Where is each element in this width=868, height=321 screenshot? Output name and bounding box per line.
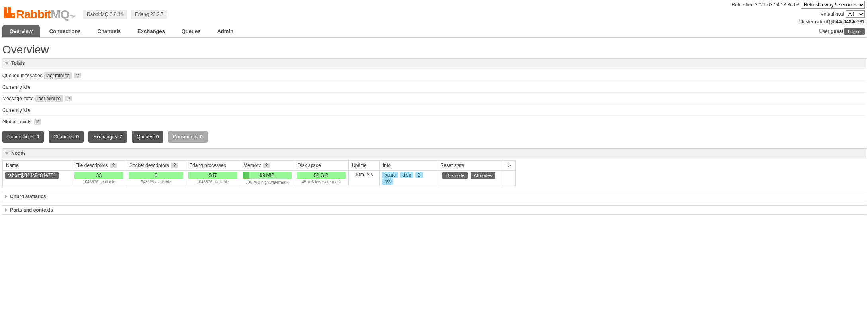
node-name-link[interactable]: rabbit@044c9484e781: [5, 172, 59, 179]
section-ports-label: Ports and contexts: [10, 207, 53, 213]
rabbitmq-version-badge: RabbitMQ 3.8.14: [83, 10, 127, 19]
info-tag-basic[interactable]: basic: [382, 172, 398, 178]
chevron-down-icon: [5, 152, 9, 155]
mem-help-icon[interactable]: ?: [263, 163, 270, 168]
global-help-icon[interactable]: ?: [34, 119, 41, 125]
sd-bar: 0: [129, 172, 183, 179]
section-totals-header[interactable]: Totals: [2, 58, 866, 68]
col-fd[interactable]: File descriptors ?: [72, 161, 126, 171]
tab-overview[interactable]: Overview: [2, 25, 40, 37]
count-queues[interactable]: Queues: 0: [132, 131, 163, 143]
global-counts-label: Global counts: [2, 119, 31, 125]
tab-channels[interactable]: Channels: [90, 25, 128, 37]
chevron-right-icon: [5, 195, 8, 198]
disk-bar: 52 GiB: [297, 172, 346, 179]
disk-watermark: 48 MiB low watermark: [297, 180, 346, 184]
col-name[interactable]: Name: [3, 161, 72, 171]
col-mem[interactable]: Memory ?: [240, 161, 294, 171]
rabbitmq-logo-icon: [4, 7, 15, 19]
chevron-right-icon: [5, 208, 8, 212]
section-churn-label: Churn statistics: [10, 194, 46, 199]
col-uptime[interactable]: Uptime: [349, 161, 380, 171]
logout-button[interactable]: Log out: [844, 28, 865, 35]
col-disk[interactable]: Disk space: [294, 161, 349, 171]
tab-queues[interactable]: Queues: [174, 25, 208, 37]
count-exchanges[interactable]: Exchanges: 7: [88, 131, 127, 143]
refresh-interval-select[interactable]: Refresh every 5 seconds: [801, 1, 865, 9]
count-channels[interactable]: Channels: 0: [49, 131, 84, 143]
rates-help-icon[interactable]: ?: [65, 96, 72, 101]
col-info[interactable]: Info: [380, 161, 437, 171]
logo-text-mq: MQ: [51, 8, 69, 21]
svg-point-3: [12, 15, 14, 16]
page-title: Overview: [2, 38, 866, 58]
col-sd[interactable]: Socket descriptors ?: [126, 161, 186, 171]
uptime-value: 10m 24s: [349, 171, 380, 186]
tab-admin[interactable]: Admin: [210, 25, 240, 37]
info-tag-disc[interactable]: disc: [400, 172, 413, 178]
section-ports-header[interactable]: Ports and contexts: [2, 205, 866, 215]
fd-available: 1048576 available: [74, 180, 123, 184]
section-nodes-label: Nodes: [11, 150, 26, 156]
queued-help-icon[interactable]: ?: [74, 73, 81, 78]
mem-bar: 99 MiB: [243, 172, 292, 179]
vhost-select[interactable]: All: [846, 10, 865, 18]
section-totals-label: Totals: [11, 60, 25, 66]
user-label: User: [819, 29, 829, 34]
refreshed-label: Refreshed: [732, 2, 754, 8]
tab-exchanges[interactable]: Exchanges: [130, 25, 172, 37]
ep-available: 1048576 available: [188, 180, 237, 184]
queued-period-pill[interactable]: last minute: [44, 72, 72, 79]
count-connections[interactable]: Connections: 0: [2, 131, 44, 143]
message-rates-label: Message rates: [2, 96, 34, 101]
fd-help-icon[interactable]: ?: [110, 163, 117, 168]
logo[interactable]: RabbitMQ TM: [4, 7, 76, 21]
user-name: guest: [831, 29, 843, 34]
table-row: rabbit@044c9484e781 33 1048576 available…: [3, 171, 516, 186]
mem-watermark: 735 MiB high watermark: [243, 180, 292, 185]
queued-messages-label: Queued messages: [2, 73, 43, 78]
cluster-name: rabbit@044c9484e781: [815, 19, 865, 25]
col-plusminus[interactable]: +/-: [502, 161, 516, 171]
ep-bar: 547: [188, 172, 237, 179]
logo-tm: TM: [70, 15, 76, 19]
tab-connections[interactable]: Connections: [42, 25, 88, 37]
rates-period-pill[interactable]: last minute: [35, 95, 63, 102]
chevron-down-icon: [5, 62, 9, 65]
refreshed-time: 2021-03-24 18:36:03: [755, 2, 799, 8]
logo-text-rabbit: Rabbit: [16, 8, 51, 21]
section-churn-header[interactable]: Churn statistics: [2, 192, 866, 201]
info-tag-plugins[interactable]: 2: [415, 172, 423, 178]
section-nodes-header[interactable]: Nodes: [2, 148, 866, 158]
sd-available: 943629 available: [129, 180, 183, 184]
cluster-label: Cluster: [799, 19, 814, 25]
info-tag-rss[interactable]: rss: [382, 178, 393, 185]
fd-bar: 33: [74, 172, 123, 179]
col-reset[interactable]: Reset stats: [437, 161, 502, 171]
reset-this-node-button[interactable]: This node: [442, 172, 468, 179]
rates-idle-text: Currently idle: [2, 107, 866, 116]
sd-help-icon[interactable]: ?: [171, 163, 178, 168]
reset-all-nodes-button[interactable]: All nodes: [471, 172, 495, 179]
erlang-version-badge: Erlang 23.2.7: [131, 10, 167, 19]
count-consumers: Consumers: 0: [168, 131, 208, 143]
nodes-table: Name File descriptors ? Socket descripto…: [2, 160, 516, 186]
vhost-label: Virtual host: [821, 11, 844, 17]
queued-idle-text: Currently idle: [2, 84, 866, 93]
col-ep[interactable]: Erlang processes: [186, 161, 240, 171]
